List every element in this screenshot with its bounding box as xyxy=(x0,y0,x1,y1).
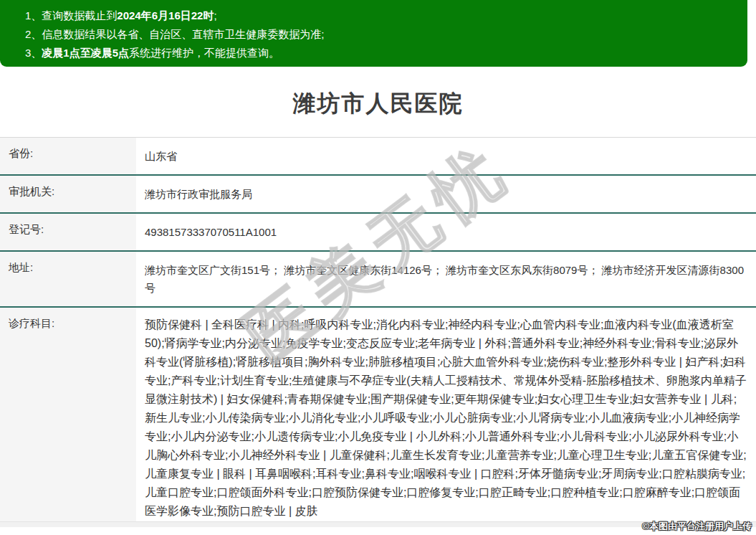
address-label: 地址: xyxy=(0,252,136,306)
registration-number-label: 登记号: xyxy=(0,214,136,250)
table-row-address: 地址: 潍坊市奎文区广文街151号； 潍坊市奎文区健康东街14126号； 潍坊市… xyxy=(0,250,756,306)
province-label: 省份: xyxy=(0,138,136,174)
address-value: 潍坊市奎文区广文街151号； 潍坊市奎文区健康东街14126号； 潍坊市奎文区东… xyxy=(136,252,756,306)
table-row-approval-authority: 审批机关: 潍坊市行政审批服务局 xyxy=(0,174,756,212)
page-title: 潍坊市人民医院 xyxy=(0,88,756,120)
province-value: 山东省 xyxy=(136,138,756,174)
hospital-info-table: 省份: 山东省 审批机关: 潍坊市行政审批服务局 登记号: 4938157333… xyxy=(0,137,756,521)
registration-number-value: 49381573337070511A1001 xyxy=(136,214,756,250)
notice-line-2: 2、信息数据结果以各省、自治区、直辖市卫生健康委数据为准; xyxy=(25,25,733,44)
notice-line-1: 1、查询数据截止到2024年6月16日22时; xyxy=(25,6,733,25)
notice-line-3-suffix: 系统进行维护，不能提供查询。 xyxy=(129,47,279,59)
diagnosis-subjects-label: 诊疗科目: xyxy=(0,308,136,521)
notice-banner: 1、查询数据截止到2024年6月16日22时; 2、信息数据结果以各省、自治区、… xyxy=(0,0,747,67)
table-row-province: 省份: 山东省 xyxy=(0,138,756,174)
diagnosis-subjects-value: 预防保健科 | 全科医疗科 | 内科;呼吸内科专业;消化内科专业;神经内科专业;… xyxy=(136,308,756,521)
notice-line-2-number: 2、 xyxy=(25,28,42,40)
table-row-diagnosis-subjects: 诊疗科目: 预防保健科 | 全科医疗科 | 内科;呼吸内科专业;消化内科专业;神… xyxy=(0,306,756,521)
approval-authority-label: 审批机关: xyxy=(0,176,136,212)
notice-line-3: 3、凌晨1点至凌晨5点系统进行维护，不能提供查询。 xyxy=(25,44,733,62)
notice-line-1-bold: 2024年6月16日22时 xyxy=(117,9,214,22)
notice-line-2-text: 信息数据结果以各省、自治区、直辖市卫生健康委数据为准; xyxy=(42,28,324,40)
notice-line-1-suffix: ; xyxy=(214,9,216,22)
notice-line-1-text: 查询数据截止到 xyxy=(42,9,117,22)
notice-line-3-number: 3、 xyxy=(25,47,42,59)
notice-line-1-number: 1、 xyxy=(25,9,42,22)
table-row-registration-number: 登记号: 49381573337070511A1001 xyxy=(0,212,756,250)
table-bottom-divider xyxy=(0,521,756,527)
approval-authority-value: 潍坊市行政审批服务局 xyxy=(136,176,756,212)
notice-line-3-bold: 凌晨1点至凌晨5点 xyxy=(42,47,129,59)
